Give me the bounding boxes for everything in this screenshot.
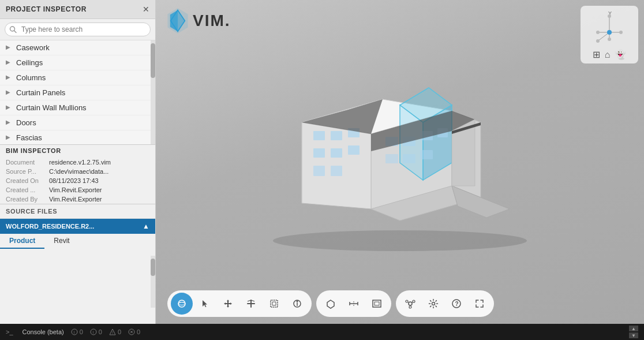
svg-point-62 bbox=[413, 300, 415, 302]
bottom-vscroll[interactable] bbox=[151, 256, 155, 308]
svg-rect-30 bbox=[331, 148, 342, 158]
project-inspector-header: PROJECT INSPECTOR ✕ bbox=[0, 0, 155, 19]
settings-button[interactable] bbox=[422, 293, 444, 315]
source-file-tab[interactable]: Revit bbox=[44, 234, 78, 249]
bim-inspector-section: BIM INSPECTOR Documentresidence.v1.2.75.… bbox=[0, 144, 155, 204]
bim-value: residence.v1.2.75.vim bbox=[49, 159, 111, 166]
error-icon bbox=[128, 328, 135, 335]
tree-arrow: ▶ bbox=[6, 104, 14, 112]
tree-list: ▶Casework▶Ceilings▶Columns▶Curtain Panel… bbox=[0, 40, 151, 144]
tree-item[interactable]: ▶Columns bbox=[0, 70, 151, 85]
help-button[interactable]: ? bbox=[445, 293, 467, 315]
svg-text:?: ? bbox=[455, 301, 459, 307]
source-file-label: WOLFORD_RESIDENCE.R2... bbox=[6, 223, 94, 230]
info-icon-2: i bbox=[90, 328, 97, 335]
section-box-button[interactable] bbox=[263, 293, 285, 315]
tree-arrow: ▶ bbox=[6, 134, 14, 142]
svg-text:!: ! bbox=[112, 331, 113, 335]
left-panel: PROJECT INSPECTOR ✕ ▶Casework▶Ceilings▶C… bbox=[0, 0, 156, 324]
tree-item[interactable]: ▶Doors bbox=[0, 115, 151, 130]
tree-list-wrapper: ▶Casework▶Ceilings▶Columns▶Curtain Panel… bbox=[0, 40, 155, 144]
svg-point-12 bbox=[596, 31, 600, 34]
bim-value: Vim.Revit.Exporter bbox=[49, 196, 102, 203]
orbit-button[interactable] bbox=[171, 293, 193, 315]
tree-item[interactable]: ▶Curtain Panels bbox=[0, 85, 151, 100]
toolbar-group-1 bbox=[167, 290, 312, 317]
source-file-item[interactable]: WOLFORD_RESIDENCE.R2... ▲ bbox=[0, 219, 155, 234]
console-scroll-down[interactable]: ▼ bbox=[629, 332, 638, 338]
bottom-vscroll-thumb[interactable] bbox=[151, 259, 155, 276]
source-file-tab[interactable]: Product bbox=[0, 234, 44, 249]
tree-item[interactable]: ▶Ceilings bbox=[0, 55, 151, 70]
console-bar: >_ Console (beta) i 0 i 0 ! 0 0 ▲ ▼ bbox=[0, 324, 644, 340]
svg-rect-38 bbox=[385, 154, 398, 163]
zoom-button[interactable] bbox=[240, 293, 262, 315]
warning-icon: ! bbox=[109, 328, 116, 335]
bim-rows: Documentresidence.v1.2.75.vimSource P...… bbox=[0, 158, 155, 204]
svg-rect-32 bbox=[313, 166, 325, 176]
graph-button[interactable] bbox=[399, 293, 421, 315]
tree-vscroll[interactable] bbox=[151, 40, 155, 144]
svg-rect-27 bbox=[331, 131, 342, 140]
toolbar-group-2 bbox=[316, 290, 391, 317]
viewport: VIM. Y bbox=[156, 0, 644, 324]
svg-text:i: i bbox=[92, 330, 93, 334]
building-svg bbox=[233, 36, 567, 255]
bim-label: Created By bbox=[6, 196, 49, 203]
svg-point-52 bbox=[297, 301, 298, 302]
vim-logo-mark bbox=[167, 8, 188, 33]
measure-button[interactable] bbox=[286, 293, 308, 315]
pan-button[interactable] bbox=[217, 293, 239, 315]
svg-point-67 bbox=[432, 302, 435, 305]
bim-label: Source P... bbox=[6, 168, 49, 175]
tree-item[interactable]: ▶Fascias bbox=[0, 130, 151, 144]
svg-rect-58 bbox=[373, 300, 381, 307]
select-button[interactable] bbox=[194, 293, 216, 315]
svg-point-10 bbox=[608, 14, 611, 18]
home-view-icon[interactable]: ⌂ bbox=[605, 50, 611, 60]
tree-item[interactable]: ▶Curtain Wall Mullions bbox=[0, 100, 151, 115]
tree-arrow: ▶ bbox=[6, 59, 14, 67]
tree-item[interactable]: ▶Casework bbox=[0, 40, 151, 55]
svg-text:i: i bbox=[73, 330, 74, 334]
fullscreen-button[interactable] bbox=[469, 293, 491, 315]
svg-point-13 bbox=[608, 38, 611, 41]
bim-inspector-header: BIM INSPECTOR bbox=[0, 145, 155, 158]
source-file-expand-icon[interactable]: ▲ bbox=[143, 222, 149, 230]
svg-point-46 bbox=[178, 300, 185, 307]
grid-view-icon[interactable]: ⊞ bbox=[593, 49, 600, 60]
tree-arrow: ▶ bbox=[6, 119, 14, 127]
bim-row: Created ...Vim.Revit.Exporter bbox=[0, 185, 155, 195]
dimension-button[interactable] bbox=[343, 293, 365, 315]
info-icon-1: i bbox=[71, 328, 78, 335]
svg-rect-50 bbox=[271, 300, 278, 307]
svg-point-11 bbox=[619, 31, 623, 34]
badge-count-2: 0 bbox=[99, 328, 102, 335]
source-files-header: SOURCE FILES bbox=[0, 204, 155, 219]
building-3d-view bbox=[156, 0, 644, 290]
console-badge-4: 0 bbox=[128, 328, 140, 335]
console-badge-3: ! 0 bbox=[109, 328, 121, 335]
console-badge-1: i 0 bbox=[71, 328, 83, 335]
badge-count-1: 0 bbox=[80, 328, 83, 335]
iso-view-button[interactable] bbox=[320, 293, 342, 315]
console-scroll: ▲ ▼ bbox=[629, 326, 638, 338]
svg-point-16 bbox=[273, 230, 527, 251]
nav-cube-diagram: Y bbox=[586, 9, 632, 47]
console-badge-2: i 0 bbox=[90, 328, 102, 335]
nav-cube[interactable]: Y ⊞ ⌂ 👻 bbox=[581, 6, 638, 63]
vim-logo-text: VIM. bbox=[193, 12, 231, 30]
nav-cube-icons: ⊞ ⌂ 👻 bbox=[593, 49, 627, 60]
ghost-view-icon[interactable]: 👻 bbox=[615, 49, 626, 60]
svg-rect-39 bbox=[403, 154, 415, 163]
search-bar bbox=[0, 19, 155, 40]
section-cut-button[interactable] bbox=[366, 293, 388, 315]
bim-value: Vim.Revit.Exporter bbox=[49, 186, 102, 193]
project-inspector-title: PROJECT INSPECTOR bbox=[6, 5, 87, 13]
close-button[interactable]: ✕ bbox=[143, 5, 149, 14]
tree-vscroll-thumb[interactable] bbox=[151, 43, 155, 78]
console-scroll-up[interactable]: ▲ bbox=[629, 326, 638, 331]
tree-arrow: ▶ bbox=[6, 89, 14, 97]
bim-value: 08/11/2023 17:43 bbox=[49, 177, 99, 184]
search-input[interactable] bbox=[5, 23, 151, 36]
